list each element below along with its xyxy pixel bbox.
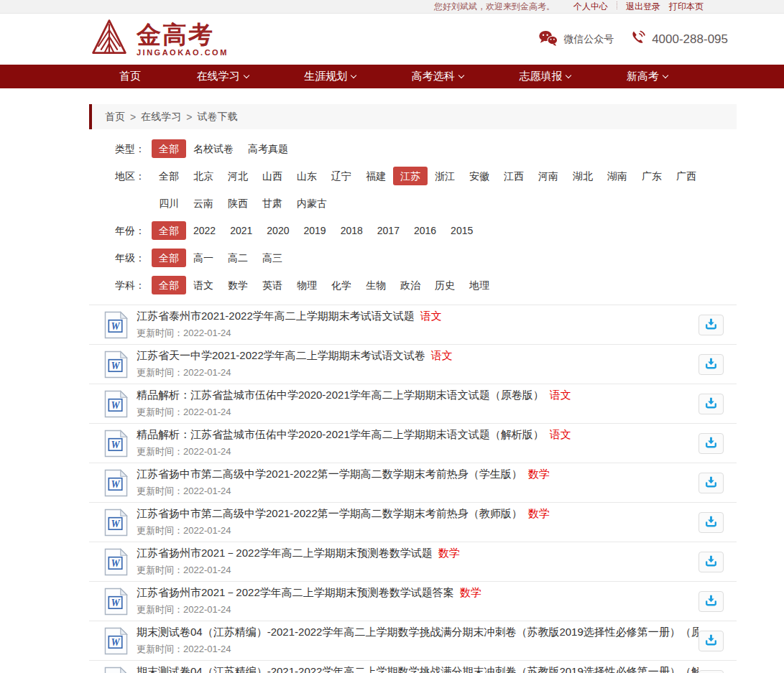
filter-option[interactable]: 2022 [186, 221, 223, 240]
topbar-link[interactable]: 退出登录 [626, 1, 660, 11]
filter-option[interactable]: 高考真题 [241, 139, 295, 158]
download-button[interactable] [698, 394, 724, 414]
filter-option[interactable]: 数学 [221, 276, 255, 294]
filter-option[interactable]: 全部 [152, 249, 186, 267]
topbar-link[interactable]: 个人中心 [573, 1, 608, 11]
filter-option[interactable]: 云南 [186, 194, 221, 213]
filter-option[interactable]: 2018 [333, 221, 370, 240]
filter-option[interactable]: 历史 [428, 276, 462, 294]
breadcrumb: 首页>在线学习>试卷下载 [89, 104, 737, 129]
chevron-down-icon [458, 73, 464, 78]
subject-tag: 语文 [550, 428, 571, 442]
paper-list-item: W 江苏省扬州市2021－2022学年高二上学期期末预测卷数学试题 数学 更新时… [89, 542, 737, 582]
filter-option[interactable]: 河北 [221, 167, 255, 185]
filter-option[interactable]: 2019 [296, 221, 333, 240]
filter-option[interactable]: 江西 [497, 167, 531, 185]
paper-title-link[interactable]: 江苏省扬州市2021－2022学年高二上学期期末预测卷数学试题答案 [137, 586, 454, 600]
download-button[interactable] [698, 433, 724, 454]
download-icon [704, 436, 718, 451]
filter-option[interactable]: 2017 [370, 221, 407, 240]
filter-option[interactable]: 山东 [290, 167, 324, 185]
filter-option[interactable]: 全部 [152, 276, 186, 294]
filter-option[interactable]: 江苏 [393, 167, 428, 185]
filter-label: 学科： [115, 276, 152, 294]
update-time: 更新时间：2022-01-24 [137, 366, 698, 379]
filter-option[interactable]: 政治 [393, 276, 428, 294]
filter-option[interactable]: 河南 [531, 167, 566, 185]
filter-option[interactable]: 湖南 [600, 167, 635, 185]
filter-option[interactable]: 全部 [152, 221, 186, 240]
filter-option[interactable]: 陕西 [221, 194, 255, 213]
subject-tag: 语文 [420, 310, 442, 323]
download-button[interactable] [698, 670, 724, 673]
paper-title-link[interactable]: 精品解析：江苏省盐城市伍佑中学2020-2021学年高二上学期期末语文试题（解析… [137, 428, 544, 442]
filter-option[interactable]: 浙江 [428, 167, 462, 185]
topbar-link[interactable]: 打印本页 [669, 1, 704, 11]
subject-tag: 语文 [431, 349, 453, 363]
filter-option[interactable]: 内蒙古 [290, 194, 334, 213]
nav-item[interactable]: 高考选科 [412, 70, 464, 83]
download-icon [704, 396, 718, 412]
filter-option[interactable]: 辽宁 [324, 167, 359, 185]
filter-option[interactable]: 名校试卷 [186, 139, 241, 158]
filter-option[interactable]: 2015 [443, 221, 480, 240]
filter-option[interactable]: 广西 [669, 167, 704, 185]
filter-option[interactable]: 全部 [152, 139, 186, 158]
filter-option[interactable]: 物理 [290, 276, 324, 294]
chevron-down-icon [243, 73, 249, 78]
download-button[interactable] [698, 512, 724, 533]
filter-option[interactable]: 化学 [324, 276, 359, 294]
wechat-label: 微信公众号 [563, 33, 614, 46]
filter-option[interactable]: 语文 [186, 276, 221, 294]
download-button[interactable] [698, 354, 724, 375]
download-button[interactable] [698, 631, 724, 651]
breadcrumb-item[interactable]: 试卷下载 [197, 111, 237, 124]
breadcrumb-item[interactable]: 首页 [105, 111, 125, 124]
filter-option[interactable]: 四川 [152, 194, 186, 213]
filter-option[interactable]: 高三 [255, 249, 290, 267]
nav-item[interactable]: 生涯规划 [304, 70, 356, 83]
update-time: 更新时间：2022-01-24 [137, 406, 698, 419]
paper-title-link[interactable]: 江苏省天一中学2021-2022学年高二上学期期末考试语文试卷 [137, 349, 425, 363]
paper-title-link[interactable]: 期末测试卷04（江苏精编）-2021-2022学年高二上学期数学挑战满分期末冲刺… [137, 626, 698, 639]
nav-item[interactable]: 新高考 [627, 70, 668, 83]
filter-option[interactable]: 全部 [152, 167, 186, 185]
download-button[interactable] [698, 591, 724, 612]
filter-option[interactable]: 福建 [359, 167, 393, 185]
nav-item[interactable]: 在线学习 [197, 70, 249, 83]
filter-option[interactable]: 湖北 [566, 167, 600, 185]
filter-option[interactable]: 2021 [223, 221, 259, 240]
filter-option[interactable]: 2020 [259, 221, 296, 240]
paper-list-item: W 期末测试卷04（江苏精编）-2021-2022学年高二上学期数学挑战满分期末… [89, 661, 737, 673]
nav-item[interactable]: 志愿填报 [519, 70, 571, 83]
download-button[interactable] [698, 315, 724, 335]
filter-option[interactable]: 山西 [255, 167, 290, 185]
download-button[interactable] [698, 552, 724, 572]
filter-option[interactable]: 甘肃 [255, 194, 290, 213]
word-doc-icon: W [104, 311, 128, 339]
filter-option[interactable]: 高二 [221, 249, 255, 267]
breadcrumb-item[interactable]: 在线学习 [141, 111, 181, 124]
breadcrumb-separator: > [186, 111, 192, 123]
filter-option[interactable]: 广东 [635, 167, 669, 185]
download-button[interactable] [698, 473, 724, 493]
paper-list-item: W 期末测试卷04（江苏精编）-2021-2022学年高二上学期数学挑战满分期末… [89, 621, 737, 661]
paper-title-link[interactable]: 期末测试卷04（江苏精编）-2021-2022学年高二上学期数学挑战满分期末冲刺… [137, 665, 698, 673]
download-icon [704, 554, 718, 570]
paper-title-link[interactable]: 精品解析：江苏省盐城市伍佑中学2020-2021学年高二上学期期末语文试题（原卷… [137, 389, 544, 402]
paper-title-link[interactable]: 江苏省扬州市2021－2022学年高二上学期期末预测卷数学试题 [137, 547, 433, 560]
paper-list-item: W 江苏省扬中市第二高级中学2021-2022第一学期高二数学期末考前热身（学生… [89, 463, 737, 503]
brand-logo[interactable]: 金高考 JINGAOKAO.COM [89, 18, 229, 61]
filter-option[interactable]: 北京 [186, 167, 221, 185]
filter-option[interactable]: 英语 [255, 276, 290, 294]
paper-title-link[interactable]: 江苏省扬中市第二高级中学2021-2022第一学期高二数学期末考前热身（教师版） [137, 507, 522, 521]
topbar: 您好刘斌斌，欢迎来到金高考。 个人中心退出登录打印本页 [0, 0, 784, 14]
paper-title-link[interactable]: 江苏省扬中市第二高级中学2021-2022第一学期高二数学期末考前热身（学生版） [137, 468, 522, 481]
filter-option[interactable]: 高一 [186, 249, 221, 267]
filter-option[interactable]: 生物 [359, 276, 393, 294]
paper-title-link[interactable]: 江苏省泰州市2021-2022学年高二上学期期末考试语文试题 [137, 310, 415, 323]
filter-option[interactable]: 2016 [407, 221, 443, 240]
filter-option[interactable]: 安徽 [462, 167, 497, 185]
filter-option[interactable]: 地理 [462, 276, 497, 294]
nav-item[interactable]: 首页 [119, 70, 141, 83]
